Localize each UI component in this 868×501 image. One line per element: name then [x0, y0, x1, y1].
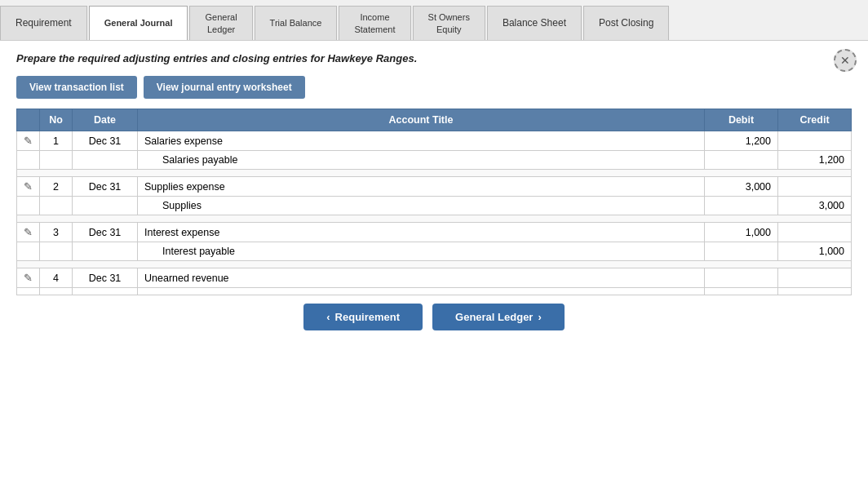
edit-icon-4[interactable]: ✎ [24, 272, 33, 284]
bottom-nav: ‹ Requirement General Ledger › [16, 295, 852, 335]
table-row: ✎ 3 Dec 31 Interest expense 1,000 [17, 223, 852, 242]
tab-post-closing[interactable]: Post Closing [583, 6, 669, 40]
entry-account-1b[interactable]: Salaries payable [138, 151, 705, 170]
table-row: Supplies 3,000 [17, 197, 852, 215]
edit-icon-1[interactable]: ✎ [24, 135, 33, 147]
tab-st-owners-equity[interactable]: St OwnersEquity [413, 6, 485, 40]
top-nav: Requirement General Journal GeneralLedge… [0, 0, 868, 41]
view-transaction-btn[interactable]: View transaction list [16, 76, 137, 99]
view-journal-btn[interactable]: View journal entry worksheet [144, 76, 305, 99]
close-button[interactable]: ✕ [834, 49, 857, 72]
entry-debit-2a: 3,000 [705, 177, 778, 197]
entry-debit-3a: 1,000 [705, 223, 778, 242]
journal-table: No Date Account Title Debit Credit ✎ 1 D… [16, 109, 852, 295]
entry-account-3b[interactable]: Interest payable [138, 242, 705, 261]
entry-no-1: 1 [40, 131, 73, 151]
entry-credit-2a [778, 177, 852, 197]
tab-requirement[interactable]: Requirement [0, 6, 87, 40]
tab-balance-sheet[interactable]: Balance Sheet [487, 6, 582, 40]
header-date: Date [73, 109, 138, 131]
entry-debit-3b [705, 242, 778, 261]
prev-button[interactable]: ‹ Requirement [303, 304, 423, 330]
entry-no-2: 2 [40, 177, 73, 197]
table-row: ✎ 4 Dec 31 Unearned revenue [17, 268, 852, 288]
entry-debit-1b [705, 151, 778, 170]
prev-chevron-icon: ‹ [326, 311, 330, 323]
entry-credit-4b [778, 288, 852, 295]
entry-date-4: Dec 31 [73, 268, 138, 288]
spacer-row [17, 215, 852, 223]
edit-icon-2[interactable]: ✎ [24, 180, 33, 193]
entry-credit-4a [778, 268, 852, 288]
tab-general-ledger[interactable]: GeneralLedger [189, 6, 252, 40]
entry-no-4: 4 [40, 268, 73, 288]
button-row: View transaction list View journal entry… [16, 76, 852, 99]
header-edit [17, 109, 40, 131]
entry-credit-3a [778, 223, 852, 242]
header-account: Account Title [138, 109, 705, 131]
table-row: ✎ 1 Dec 31 Salaries expense 1,200 [17, 131, 852, 151]
main-container: Requirement General Journal GeneralLedge… [0, 0, 868, 501]
entry-credit-2b: 3,000 [778, 197, 852, 215]
next-button[interactable]: General Ledger › [432, 304, 565, 330]
entry-date-2: Dec 31 [73, 177, 138, 197]
entry-date-3: Dec 31 [73, 223, 138, 242]
entry-credit-3b: 1,000 [778, 242, 852, 261]
content-area: ✕ Prepare the required adjusting entries… [0, 41, 868, 501]
spacer-row [17, 170, 852, 177]
entry-debit-2b [705, 197, 778, 215]
table-row: Interest payable 1,000 [17, 242, 852, 261]
table-row [17, 288, 852, 295]
entry-account-1a[interactable]: Salaries expense [138, 131, 705, 151]
entry-account-2b[interactable]: Supplies [138, 197, 705, 215]
entry-debit-4b [705, 288, 778, 295]
table-row: Salaries payable 1,200 [17, 151, 852, 170]
entry-no-3: 3 [40, 223, 73, 242]
instruction-text: Prepare the required adjusting entries a… [16, 52, 852, 64]
tab-trial-balance[interactable]: Trial Balance [255, 6, 338, 40]
next-label: General Ledger [455, 311, 533, 323]
tab-income-statement[interactable]: IncomeStatement [339, 6, 410, 40]
entry-account-4a[interactable]: Unearned revenue [138, 268, 705, 288]
header-no: No [40, 109, 73, 131]
header-credit: Credit [778, 109, 852, 131]
edit-icon-3[interactable]: ✎ [24, 226, 33, 238]
tab-general-journal[interactable]: General Journal [89, 6, 188, 40]
entry-credit-1b: 1,200 [778, 151, 852, 170]
header-debit: Debit [705, 109, 778, 131]
entry-account-2a[interactable]: Supplies expense [138, 177, 705, 197]
entry-account-4b[interactable] [138, 288, 705, 295]
close-icon: ✕ [840, 54, 850, 67]
entry-debit-4a [705, 268, 778, 288]
entry-credit-1a [778, 131, 852, 151]
table-row: ✎ 2 Dec 31 Supplies expense 3,000 [17, 177, 852, 197]
spacer-row [17, 261, 852, 268]
next-chevron-icon: › [538, 311, 541, 323]
entry-debit-1a: 1,200 [705, 131, 778, 151]
entry-date-1: Dec 31 [73, 131, 138, 151]
entry-account-3a[interactable]: Interest expense [138, 223, 705, 242]
prev-label: Requirement [335, 311, 400, 323]
